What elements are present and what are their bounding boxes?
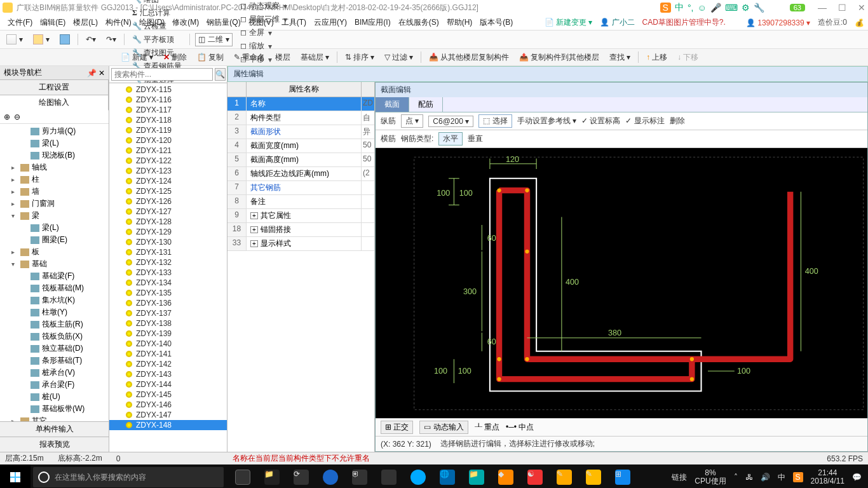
property-grid[interactable]: 属性名称 1名称ZD2构件类型自3截面形状异4截面宽度(mm)505截面高度(m…: [227, 82, 375, 452]
list-item[interactable]: ZDYX-124: [109, 176, 227, 186]
list-item[interactable]: ZDYX-125: [109, 186, 227, 196]
dyn-input-toggle[interactable]: ▭ 动态输入: [419, 421, 468, 434]
property-row[interactable]: 18+锚固搭接: [227, 223, 374, 237]
select-button[interactable]: ⬚ 选择: [478, 114, 512, 128]
tray-net-icon[interactable]: 🖧: [745, 473, 753, 482]
tree-node[interactable]: 基础板带(W): [0, 403, 109, 415]
toolbar-button[interactable]: Σ 汇总计算: [130, 6, 184, 20]
snap-zd[interactable]: ┸ 重点: [475, 422, 499, 433]
start-button[interactable]: [0, 464, 31, 488]
close-button[interactable]: ✕: [858, 3, 865, 13]
list-item[interactable]: ZDYX-126: [109, 196, 227, 207]
manual-refline[interactable]: 手动设置参考线 ▾: [517, 116, 576, 126]
tree-node[interactable]: 柱墩(Y): [0, 306, 109, 318]
tb-basefloor[interactable]: 基础层 ▾: [298, 51, 332, 64]
rebar-vertical[interactable]: 垂直: [468, 133, 483, 144]
list-item[interactable]: ZDYX-120: [109, 135, 227, 146]
list-item[interactable]: ZDYX-115: [109, 85, 227, 95]
list-item[interactable]: ZDYX-136: [109, 298, 227, 308]
tb-copyfrom[interactable]: 📥 从其他楼层复制构件: [426, 51, 512, 64]
tb-down[interactable]: ↓ 下移: [675, 51, 701, 64]
minimize-button[interactable]: —: [818, 3, 827, 13]
tb-sort[interactable]: ⇅ 排序 ▾: [342, 51, 377, 64]
tb-rename[interactable]: ✎ 重命名: [231, 51, 268, 64]
menu-new-change[interactable]: 📄 新建变更 ▾: [545, 17, 593, 28]
tree-node[interactable]: ▸门窗洞: [0, 198, 109, 210]
rebar-horizontal[interactable]: 水平: [438, 132, 463, 146]
tab-report-preview[interactable]: 报表预览: [0, 437, 109, 452]
tab-htsr[interactable]: 绘图输入: [0, 95, 109, 111]
list-item[interactable]: ZDYX-119: [109, 125, 227, 135]
tree-node[interactable]: ▸轴线: [0, 161, 109, 173]
tree-node[interactable]: 独立基础(D): [0, 342, 109, 355]
search-button[interactable]: 🔍: [215, 68, 226, 81]
toolbar-button[interactable]: ◻ 局部三维: [238, 13, 289, 26]
tree-node[interactable]: ▸板: [0, 246, 109, 258]
list-item[interactable]: ZDYX-121: [109, 146, 227, 156]
tree-node[interactable]: 梁(L): [0, 222, 109, 234]
tree-node[interactable]: 集水坑(K): [0, 294, 109, 306]
tree-node[interactable]: 筏板负筋(X): [0, 330, 109, 342]
list-item[interactable]: ZDYX-118: [109, 115, 227, 125]
tray-vol-icon[interactable]: 🔊: [761, 473, 770, 482]
tree-node[interactable]: ▸其它: [0, 415, 109, 421]
tree-node[interactable]: 条形基础(T): [0, 355, 109, 367]
tree-node[interactable]: 桩(U): [0, 391, 109, 403]
redo-button[interactable]: ↷▾: [104, 34, 119, 45]
snap-mid[interactable]: •─• 中点: [506, 422, 534, 433]
set-tag[interactable]: ✓ 设置标高: [581, 116, 620, 126]
delete-button[interactable]: 删除: [670, 116, 685, 126]
tree-node[interactable]: 桩承台(V): [0, 367, 109, 379]
phone-label[interactable]: 👤 13907298339 ▾: [746, 18, 810, 27]
tree-node[interactable]: ▸柱: [0, 173, 109, 186]
menu-cad[interactable]: CAD草图图片管理中导?.: [642, 17, 726, 28]
property-row[interactable]: 2构件类型自: [227, 111, 374, 125]
list-item[interactable]: ZDYX-143: [109, 369, 227, 379]
list-item[interactable]: ZDYX-127: [109, 207, 227, 217]
tray-ime[interactable]: 中: [778, 472, 785, 483]
property-row[interactable]: 1名称ZD: [227, 97, 374, 111]
property-row[interactable]: 7其它钢筋: [227, 181, 374, 195]
list-item[interactable]: ZDYX-146: [109, 400, 227, 410]
menu-gxe[interactable]: 👤 广小二: [600, 17, 634, 28]
search-input[interactable]: [111, 68, 213, 81]
list-item[interactable]: ZDYX-122: [109, 156, 227, 166]
menu-item[interactable]: 云应用(Y): [310, 17, 351, 28]
tb-delete[interactable]: ✕ 删除: [161, 51, 189, 64]
tray-link[interactable]: 链接: [672, 472, 687, 483]
tree-node[interactable]: 梁(L): [0, 137, 109, 149]
tray-clock[interactable]: 21:442018/4/11: [811, 469, 844, 485]
tab-single-input[interactable]: 单构件输入: [0, 421, 109, 437]
list-item[interactable]: ZDYX-132: [109, 257, 227, 268]
tree-node[interactable]: 筏板基础(M): [0, 282, 109, 294]
tab-rebar[interactable]: 配筋: [409, 97, 443, 112]
list-item[interactable]: ZDYX-141: [109, 349, 227, 359]
rebar-spec[interactable]: C6@200 ▾: [428, 116, 473, 127]
tray-notif-icon[interactable]: 💬: [852, 473, 862, 482]
list-item[interactable]: ZDYX-130: [109, 237, 227, 247]
list-item[interactable]: ZDYX-145: [109, 390, 227, 400]
tree-node[interactable]: 圈梁(E): [0, 234, 109, 246]
list-item[interactable]: ZDYX-144: [109, 379, 227, 390]
view-mode-combo[interactable]: ◫ 二维 ▾: [195, 33, 233, 46]
list-item[interactable]: ZDYX-117: [109, 105, 227, 115]
property-row[interactable]: 5截面高度(mm)50: [227, 153, 374, 167]
property-row[interactable]: 3截面形状异: [227, 125, 374, 139]
property-row[interactable]: 33+显示样式: [227, 237, 374, 251]
tree-node[interactable]: 承台梁(F): [0, 379, 109, 391]
property-row[interactable]: 6轴线距左边线距离(mm)(2: [227, 167, 374, 181]
tb-floor[interactable]: 楼层: [273, 51, 293, 64]
tab-gcsz[interactable]: 工程设置: [0, 80, 109, 95]
toolbar-button[interactable]: 🔧 云检查: [130, 20, 184, 33]
menu-item[interactable]: 楼层(L): [69, 17, 102, 28]
list-item[interactable]: ZDYX-148: [109, 420, 227, 430]
new-button[interactable]: ▾: [4, 33, 25, 46]
tb-up[interactable]: ↑ 上移: [644, 51, 670, 64]
nav-pin-icon[interactable]: 📌 ✕: [87, 69, 105, 78]
tb-find[interactable]: 查找 ▾: [607, 51, 633, 64]
menu-item[interactable]: 版本号(B): [476, 17, 517, 28]
tree-node[interactable]: 现浇板(B): [0, 149, 109, 161]
list-item[interactable]: ZDYX-134: [109, 278, 227, 288]
toolbar-button[interactable]: ◻ 全屏: [238, 26, 289, 39]
tray-up-icon[interactable]: ˄: [734, 473, 738, 482]
